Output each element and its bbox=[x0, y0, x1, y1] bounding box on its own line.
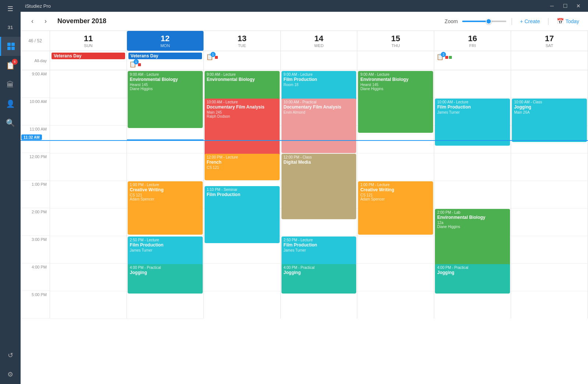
allday-label: All-day bbox=[21, 51, 50, 70]
event-thu-envbio[interactable]: 9:00 AM - Lecture Environmental Biology … bbox=[358, 71, 433, 133]
close-button[interactable]: ✕ bbox=[573, 1, 584, 11]
sidebar-item-search[interactable]: 🔍 bbox=[0, 113, 21, 132]
sidebar-item-week-view[interactable] bbox=[0, 37, 21, 56]
sidebar-item-settings[interactable]: ⚙ bbox=[0, 365, 21, 384]
zoom-slider[interactable] bbox=[462, 21, 506, 22]
time-label-2pm: 2:00 PM bbox=[21, 208, 50, 236]
event-tue-french[interactable]: 12:00 PM - Lecture French CS 121 bbox=[205, 154, 280, 180]
day-header-sun: 11 SUN bbox=[50, 31, 127, 51]
task-dots-tue bbox=[215, 56, 218, 59]
toolbar: ‹ › November 2018 Zoom | + Create | 📅 To… bbox=[21, 12, 588, 31]
day-col-fri: 10:00 AM - Lecture Film Production James… bbox=[434, 70, 511, 319]
allday-cell-thu bbox=[357, 51, 434, 70]
prev-button[interactable]: ‹ bbox=[26, 15, 38, 27]
time-label-10am: 10:00 AM bbox=[21, 98, 50, 125]
day-header-wed: 14 WED bbox=[281, 31, 358, 51]
sidebar-item-sync[interactable]: ↺ bbox=[0, 346, 21, 365]
minimize-button[interactable]: ─ bbox=[547, 1, 557, 11]
day-header-sat: 17 SAT bbox=[511, 31, 588, 51]
allday-row: All-day Veterans Day Veterans Day 📋 1 bbox=[21, 51, 588, 70]
time-label-9am: 9:00 AM bbox=[21, 70, 50, 98]
allday-cell-fri: 📋 2 bbox=[434, 51, 511, 70]
window-controls: ─ ☐ ✕ bbox=[547, 1, 584, 11]
time-label-5pm: 5:00 PM bbox=[21, 291, 50, 319]
next-button[interactable]: › bbox=[40, 15, 52, 27]
task-icon-mon[interactable]: 📋 1 bbox=[129, 61, 137, 68]
sidebar-item-courses[interactable]: 🏛 bbox=[0, 75, 21, 94]
separator-2: | bbox=[547, 17, 549, 25]
task-dots-mon bbox=[138, 63, 141, 66]
allday-event-sun-veterans[interactable]: Veterans Day bbox=[52, 53, 125, 59]
current-time-line bbox=[127, 139, 203, 140]
allday-cell-sun: Veterans Day bbox=[50, 51, 127, 70]
time-label-12pm: 12:00 PM bbox=[21, 153, 50, 181]
allday-cell-mon: Veterans Day 📋 1 bbox=[127, 51, 204, 70]
day-col-thu: 9:00 AM - Lecture Environmental Biology … bbox=[357, 70, 434, 319]
allday-cell-tue: 📋 1 bbox=[204, 51, 281, 70]
event-mon-envbio[interactable]: 9:00 AM - Lecture Environmental Biology … bbox=[128, 71, 203, 128]
sidebar-item-calendar[interactable]: 31 bbox=[0, 18, 21, 37]
calendar-container: 46 / 52 11 SUN 12 MON 13 TUE 14 WED 15 T… bbox=[21, 31, 588, 384]
sidebar-item-contacts[interactable]: 👤 bbox=[0, 94, 21, 113]
maximize-button[interactable]: ☐ bbox=[560, 1, 570, 11]
day-header-tue: 13 TUE bbox=[204, 31, 281, 51]
event-fri-jogging[interactable]: 4:00 PM - Practical Jogging bbox=[435, 264, 510, 294]
day-header-fri: 16 FRI bbox=[434, 31, 511, 51]
event-thu-creative[interactable]: 1:00 PM - Lecture Creative Writing CS 12… bbox=[358, 181, 433, 235]
day-col-sat: 10:00 AM - Class Jogging Main 26A bbox=[511, 70, 588, 319]
time-label-3pm: 3:00 PM bbox=[21, 236, 50, 263]
time-label-1pm: 1:00 PM bbox=[21, 181, 50, 208]
main-area: iStudiez Pro ─ ☐ ✕ ‹ › November 2018 Zoo… bbox=[21, 0, 588, 384]
time-grid: 9:00 AM 10:00 AM 11:00 AM 12:00 PM 1:00 … bbox=[21, 70, 588, 384]
task-icon-tue[interactable]: 📋 1 bbox=[206, 53, 213, 60]
allday-event-mon-veterans[interactable]: Veterans Day bbox=[128, 53, 202, 59]
event-fri-filmprod[interactable]: 10:00 AM - Lecture Film Production James… bbox=[435, 99, 510, 146]
svg-rect-1 bbox=[11, 43, 15, 46]
event-mon-jogging[interactable]: 4:00 PM - Practical Jogging bbox=[128, 264, 203, 294]
svg-rect-2 bbox=[7, 47, 11, 50]
task-dots-fri bbox=[445, 56, 452, 59]
day-col-tue: 9:00 AM - Lecture Environmental Biology … bbox=[204, 70, 281, 319]
task-badge-mon: 1 bbox=[134, 59, 139, 64]
current-time-label: 11:32 AM bbox=[21, 135, 42, 140]
svg-rect-0 bbox=[7, 43, 11, 46]
day-col-mon: 9:00 AM - Lecture Environmental Biology … bbox=[127, 70, 204, 319]
titlebar: iStudiez Pro ─ ☐ ✕ bbox=[21, 0, 588, 12]
event-wed-digitalmedia[interactable]: 12:00 PM - Class Digital Media bbox=[281, 154, 357, 219]
event-mon-creative[interactable]: 1:00 PM - Lecture Creative Writing CS 12… bbox=[128, 181, 203, 235]
day-headers: 46 / 52 11 SUN 12 MON 13 TUE 14 WED 15 T… bbox=[21, 31, 588, 51]
today-button[interactable]: 📅 Today bbox=[554, 16, 582, 26]
event-wed-jogging[interactable]: 4:00 PM - Practical Jogging bbox=[281, 264, 357, 294]
nav-buttons: ‹ › bbox=[26, 15, 52, 27]
event-wed-docpractical[interactable]: 10:00 AM - Practical Documentary Film An… bbox=[281, 99, 357, 153]
sidebar-item-tasks[interactable]: 📋 6 bbox=[0, 56, 21, 75]
allday-cell-sat bbox=[511, 51, 588, 70]
day-header-thu: 15 THU bbox=[357, 31, 434, 51]
svg-rect-3 bbox=[11, 47, 15, 50]
tasks-badge: 6 bbox=[12, 59, 18, 65]
allday-cell-wed bbox=[281, 51, 358, 70]
time-label-4pm: 4:00 PM bbox=[21, 263, 50, 291]
task-badge-tue: 1 bbox=[210, 52, 216, 57]
event-tue-filmprod[interactable]: 1:10 PM - Seminar Film Production bbox=[205, 186, 280, 243]
day-col-wed: 9:00 AM - Lecture Film Production Room 1… bbox=[281, 70, 358, 319]
month-label: November 2018 bbox=[57, 17, 106, 25]
event-sat-jogging[interactable]: 10:00 AM - Class Jogging Main 26A bbox=[512, 99, 587, 142]
separator-1: | bbox=[511, 17, 513, 25]
day-col-sun bbox=[50, 70, 127, 319]
zoom-label: Zoom bbox=[444, 18, 458, 24]
day-header-mon: 12 MON bbox=[127, 31, 204, 51]
app-title: iStudiez Pro bbox=[25, 3, 51, 9]
create-button[interactable]: + Create bbox=[517, 17, 543, 26]
week-number: 46 / 52 bbox=[21, 31, 50, 51]
sidebar: ☰ 31 📋 6 🏛 👤 🔍 ↺ ⚙ bbox=[0, 0, 21, 384]
time-column: 9:00 AM 10:00 AM 11:00 AM 12:00 PM 1:00 … bbox=[21, 70, 50, 384]
menu-button[interactable]: ☰ bbox=[0, 0, 21, 18]
zoom-thumb bbox=[486, 18, 492, 24]
event-fri-envbiolab[interactable]: 2:00 PM - Lab Environmental Biology 12aD… bbox=[435, 209, 510, 271]
task-icon-fri[interactable]: 📋 2 bbox=[436, 53, 444, 60]
